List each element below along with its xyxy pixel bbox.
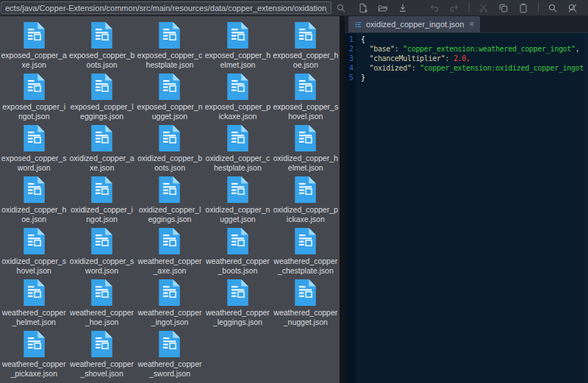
file-item[interactable]: exposed_copper_helmet.json: [204, 19, 271, 71]
find-replace-icon: [567, 3, 578, 13]
file-item[interactable]: weathered_copper_shovel.json: [68, 328, 135, 379]
file-label: exposed_copper_sword.json: [1, 154, 67, 172]
json-file-icon: [226, 279, 249, 307]
json-file-icon: [90, 21, 113, 49]
toolbar: [0, 0, 588, 16]
file-item[interactable]: exposed_copper_hoe.json: [272, 19, 340, 71]
search-icon: [336, 3, 346, 13]
file-label: weathered_copper_ingot.json: [137, 308, 203, 326]
find-button[interactable]: [545, 1, 561, 15]
file-item[interactable]: weathered_copper_sword.json: [136, 328, 204, 379]
editor-scrollbar[interactable]: [584, 33, 588, 383]
undo-button[interactable]: [426, 1, 442, 15]
save-button[interactable]: [395, 1, 411, 15]
cut-button[interactable]: [476, 1, 492, 15]
copy-button[interactable]: [495, 1, 512, 15]
json-file-icon: [294, 21, 317, 49]
line-number: 2: [345, 44, 354, 54]
file-label: oxidized_copper_boots.json: [137, 154, 203, 172]
file-label: exposed_copper_hoe.json: [273, 51, 339, 69]
file-item[interactable]: oxidized_copper_helmet.json: [272, 122, 340, 173]
file-item[interactable]: exposed_copper_sword.json: [0, 122, 68, 173]
file-label: exposed_copper_shovel.json: [273, 102, 339, 121]
file-item[interactable]: exposed_copper_leggings.json: [68, 71, 135, 122]
file-item[interactable]: oxidized_copper_leggings.json: [136, 173, 204, 225]
open-folder-button[interactable]: [375, 1, 391, 15]
file-item[interactable]: oxidized_copper_shovel.json: [0, 225, 68, 276]
file-item[interactable]: oxidized_copper_chestplate.json: [204, 122, 271, 173]
file-item[interactable]: exposed_copper_axe.json: [0, 19, 68, 71]
toolbar-divider: [538, 3, 539, 12]
json-file-icon: [226, 73, 249, 101]
file-item[interactable]: exposed_copper_ingot.json: [0, 71, 68, 122]
path-search-button[interactable]: [333, 1, 349, 15]
redo-button[interactable]: [446, 1, 462, 15]
json-file-icon: [23, 279, 46, 307]
file-item[interactable]: exposed_copper_nugget.json: [136, 71, 204, 122]
save-icon: [398, 3, 408, 13]
file-label: weathered_copper_nugget.json: [273, 308, 339, 326]
file-item[interactable]: oxidized_copper_boots.json: [136, 122, 204, 173]
json-file-icon: [226, 124, 249, 152]
find-replace-button[interactable]: [564, 1, 581, 15]
editor-panel: oxidized_copper_ingot.json × 12345 { "ba…: [345, 16, 588, 383]
json-file-icon: [158, 124, 181, 152]
file-label: exposed_copper_leggings.json: [69, 102, 135, 121]
json-file-icon: [90, 227, 113, 255]
file-item[interactable]: weathered_copper_helmet.json: [0, 276, 68, 328]
file-item[interactable]: oxidized_copper_nugget.json: [204, 173, 271, 225]
file-item[interactable]: weathered_copper_axe.json: [136, 225, 204, 276]
file-item[interactable]: weathered_copper_hoe.json: [68, 276, 135, 328]
tab-label: oxidized_copper_ingot.json: [366, 20, 464, 29]
code-editor: { "base": "copper_extension:weathered_co…: [356, 33, 588, 383]
file-item[interactable]: exposed_copper_pickaxe.json: [204, 71, 271, 122]
undo-icon: [429, 3, 440, 13]
file-item[interactable]: oxidized_copper_hoe.json: [0, 173, 68, 225]
json-file-icon: [294, 124, 317, 152]
file-label: weathered_copper_chestplate.json: [273, 257, 339, 275]
paste-button[interactable]: [515, 1, 531, 15]
file-item[interactable]: weathered_copper_pickaxe.json: [0, 328, 68, 379]
tab-close-icon[interactable]: ×: [469, 19, 474, 29]
file-item[interactable]: exposed_copper_shovel.json: [272, 71, 340, 122]
find-icon: [548, 3, 558, 13]
panel-splitter[interactable]: [340, 16, 345, 383]
redo-icon: [449, 3, 459, 13]
file-label: weathered_copper_boots.json: [204, 257, 270, 275]
file-label: weathered_copper_axe.json: [137, 257, 203, 275]
file-item[interactable]: oxidized_copper_pickaxe.json: [272, 173, 340, 225]
file-item[interactable]: exposed_copper_chestplate.json: [136, 19, 204, 71]
new-file-button[interactable]: [355, 1, 371, 15]
json-file-icon: [158, 330, 181, 358]
json-file-icon: [23, 73, 46, 101]
path-input[interactable]: [1, 1, 331, 14]
json-file-icon: [294, 279, 317, 307]
json-file-icon: [158, 227, 181, 255]
tab-oxidized-copper-ingot-json[interactable]: oxidized_copper_ingot.json ×: [348, 16, 480, 32]
file-label: oxidized_copper_axe.json: [69, 154, 135, 172]
open-folder-icon: [378, 3, 388, 13]
file-item[interactable]: weathered_copper_leggings.json: [204, 276, 271, 328]
line-number: 4: [345, 63, 354, 73]
file-item[interactable]: oxidized_copper_ingot.json: [68, 173, 135, 225]
tab-bar: oxidized_copper_ingot.json ×: [345, 16, 588, 33]
code-area[interactable]: 12345 { "base": "copper_extension:weathe…: [345, 33, 588, 383]
code-line: {: [361, 35, 588, 44]
file-item[interactable]: weathered_copper_boots.json: [204, 225, 271, 276]
json-file-icon: [23, 227, 46, 255]
file-label: exposed_copper_axe.json: [1, 51, 67, 69]
json-file-icon: [294, 227, 317, 255]
file-item[interactable]: weathered_copper_chestplate.json: [272, 225, 340, 276]
file-item[interactable]: oxidized_copper_axe.json: [68, 122, 135, 173]
file-item[interactable]: exposed_copper_boots.json: [68, 19, 135, 71]
json-file-icon: [158, 73, 181, 101]
file-label: weathered_copper_hoe.json: [69, 308, 135, 326]
file-item[interactable]: weathered_copper_ingot.json: [136, 276, 204, 328]
json-file-icon: [90, 124, 113, 152]
file-label: weathered_copper_pickaxe.json: [1, 359, 67, 378]
line-number: 1: [345, 35, 354, 44]
json-file-icon: [226, 176, 249, 204]
file-item[interactable]: weathered_copper_nugget.json: [272, 276, 340, 328]
file-item[interactable]: oxidized_copper_sword.json: [68, 225, 135, 276]
json-file-icon: [23, 21, 46, 49]
